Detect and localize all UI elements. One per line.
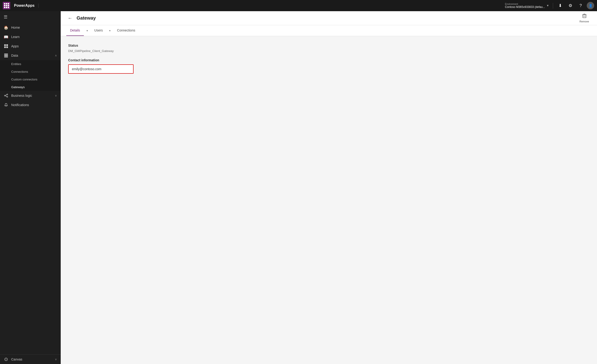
data-submenu: Entities Connections Custom connectors G… <box>0 60 61 91</box>
svg-rect-15 <box>583 15 586 18</box>
sidebar: ☰ 🏠 Home 📖 Learn Apps <box>0 11 61 364</box>
canvas-icon: ? <box>4 357 8 362</box>
tab-dot-1 <box>87 30 88 31</box>
svg-rect-6 <box>4 56 8 57</box>
main-content: ← Gateway Remove De <box>61 11 597 364</box>
settings-button[interactable]: ⚙ <box>566 1 574 10</box>
svg-rect-5 <box>4 55 8 56</box>
sidebar-label-canvas: Canvas <box>11 357 52 361</box>
details-content: Status DM_GWPipeline_Client_Gateway Cont… <box>61 36 597 364</box>
business-logic-chevron-icon: ∨ <box>55 94 57 97</box>
chevron-down-icon: ▼ <box>546 4 549 7</box>
svg-point-8 <box>7 94 8 95</box>
sidebar-item-apps[interactable]: Apps <box>0 42 61 51</box>
learn-icon: 📖 <box>4 35 8 39</box>
back-button[interactable]: ← <box>66 15 74 22</box>
tab-users[interactable]: Users <box>91 25 107 36</box>
main-layout: ☰ 🏠 Home 📖 Learn Apps <box>0 11 597 364</box>
sidebar-label-home: Home <box>11 26 57 29</box>
data-chevron-icon: ∧ <box>55 54 57 57</box>
sidebar-item-gateways[interactable]: Gateways <box>0 83 61 91</box>
sidebar-item-notifications[interactable]: Notifications <box>0 100 61 110</box>
contact-info-label: Contact information <box>68 58 589 62</box>
svg-line-10 <box>5 95 7 95</box>
page-title: Gateway <box>77 15 574 21</box>
sidebar-item-business-logic[interactable]: Business logic ∨ <box>0 91 61 100</box>
apps-icon <box>4 44 8 48</box>
svg-rect-1 <box>6 44 8 46</box>
sidebar-item-learn[interactable]: 📖 Learn <box>0 32 61 42</box>
sidebar-item-custom-connectors[interactable]: Custom connectors <box>0 76 61 83</box>
remove-button[interactable]: Remove <box>577 12 591 24</box>
contact-email-input[interactable] <box>68 64 134 74</box>
svg-rect-4 <box>4 54 8 54</box>
trash-icon <box>582 13 587 20</box>
svg-text:?: ? <box>5 358 7 361</box>
topbar: PowerApps Environment Contoso M365x93383… <box>0 0 597 11</box>
remove-label: Remove <box>580 20 589 23</box>
svg-rect-2 <box>4 46 6 48</box>
tabs-bar: Details Users Connections <box>61 25 597 36</box>
svg-point-9 <box>7 96 8 97</box>
tab-connections[interactable]: Connections <box>113 25 139 36</box>
sidebar-item-canvas[interactable]: ? Canvas ∨ <box>0 355 61 364</box>
environment-selector[interactable]: Environment Contoso M365x933833 (defau..… <box>505 3 553 9</box>
business-logic-icon <box>4 93 8 98</box>
page-header: ← Gateway Remove <box>61 11 597 25</box>
data-icon <box>4 53 8 58</box>
canvas-chevron-icon: ∨ <box>55 358 57 361</box>
sidebar-label-apps: Apps <box>11 44 57 48</box>
sidebar-item-connections[interactable]: Connections <box>0 68 61 76</box>
sidebar-item-entities[interactable]: Entities <box>0 60 61 68</box>
sidebar-item-data[interactable]: Data ∧ <box>0 51 61 60</box>
status-value: DM_GWPipeline_Client_Gateway <box>68 49 589 53</box>
notifications-icon <box>4 103 8 107</box>
status-label: Status <box>68 44 589 47</box>
waffle-button[interactable] <box>3 2 10 9</box>
sidebar-label-business-logic: Business logic <box>11 94 52 98</box>
sidebar-footer: ? Canvas ∨ <box>0 354 61 364</box>
tab-details[interactable]: Details <box>66 25 84 36</box>
sidebar-item-home[interactable]: 🏠 Home <box>0 23 61 32</box>
tab-dot-2 <box>109 30 110 31</box>
sidebar-label-data: Data <box>11 54 52 57</box>
user-avatar[interactable]: 👤 <box>587 2 594 9</box>
hamburger-menu-button[interactable]: ☰ <box>0 11 61 23</box>
home-icon: 🏠 <box>4 25 8 30</box>
sidebar-label-learn: Learn <box>11 35 57 39</box>
svg-rect-0 <box>4 44 6 46</box>
svg-rect-3 <box>6 46 8 48</box>
download-button[interactable]: ⬇ <box>556 1 564 10</box>
svg-point-7 <box>4 95 5 96</box>
sidebar-label-notifications: Notifications <box>11 103 57 107</box>
svg-line-11 <box>5 96 7 97</box>
help-button[interactable]: ? <box>576 1 585 10</box>
app-logo: PowerApps <box>12 3 39 8</box>
